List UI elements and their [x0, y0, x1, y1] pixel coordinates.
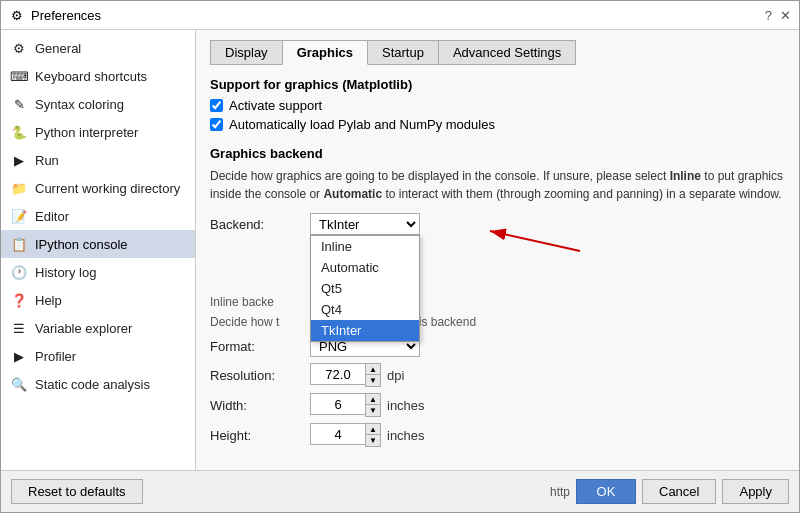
arrow-svg [470, 221, 590, 281]
syntax-icon: ✎ [11, 96, 27, 112]
tab-startup[interactable]: Startup [367, 40, 439, 65]
preferences-window: ⚙ Preferences ? ✕ ⚙ General ⌨ Keyboard s… [0, 0, 800, 513]
sidebar-label-history: History log [35, 265, 96, 280]
apply-button[interactable]: Apply [722, 479, 789, 504]
autoload-row: Automatically load Pylab and NumPy modul… [210, 117, 785, 132]
width-input[interactable]: 6 [310, 393, 365, 415]
resolution-up[interactable]: ▲ [366, 364, 380, 375]
ipython-icon: 📋 [11, 236, 27, 252]
dropdown-qt5[interactable]: Qt5 [311, 278, 419, 299]
static-icon: 🔍 [11, 376, 27, 392]
width-down[interactable]: ▼ [366, 405, 380, 416]
resolution-label: Resolution: [210, 368, 310, 383]
resolution-stepper: ▲ ▼ [365, 363, 381, 387]
sidebar-item-ipython[interactable]: 📋 IPython console [1, 230, 195, 258]
dropdown-tkinter[interactable]: TkInter [311, 320, 419, 341]
resolution-spinner: 72.0 ▲ ▼ [310, 363, 381, 387]
main-content: ⚙ General ⌨ Keyboard shortcuts ✎ Syntax … [1, 30, 799, 470]
activate-checkbox[interactable] [210, 99, 223, 112]
width-stepper: ▲ ▼ [365, 393, 381, 417]
sidebar-label-keyboard: Keyboard shortcuts [35, 69, 147, 84]
sidebar-item-variable[interactable]: ☰ Variable explorer [1, 314, 195, 342]
sidebar-item-general[interactable]: ⚙ General [1, 34, 195, 62]
reset-button[interactable]: Reset to defaults [11, 479, 143, 504]
sidebar-label-ipython: IPython console [35, 237, 128, 252]
height-spinner: 4 ▲ ▼ [310, 423, 381, 447]
bottom-right: http OK Cancel Apply [550, 479, 789, 504]
keyboard-icon: ⌨ [11, 68, 27, 84]
resolution-row: Resolution: 72.0 ▲ ▼ dpi [210, 363, 785, 387]
activate-row: Activate support [210, 98, 785, 113]
description-text: Decide how graphics are going to be disp… [210, 167, 785, 203]
sidebar-label-profiler: Profiler [35, 349, 76, 364]
help-button[interactable]: ? [765, 8, 772, 23]
tab-bar: Display Graphics Startup Advanced Settin… [210, 40, 785, 65]
sidebar-label-run: Run [35, 153, 59, 168]
sidebar-item-help[interactable]: ❓ Help [1, 286, 195, 314]
resolution-unit: dpi [387, 368, 404, 383]
sidebar-label-interpreter: Python interpreter [35, 125, 138, 140]
editor-icon: 📝 [11, 208, 27, 224]
title-bar-left: ⚙ Preferences [9, 7, 101, 23]
height-label: Height: [210, 428, 310, 443]
title-bar: ⚙ Preferences ? ✕ [1, 1, 799, 30]
profiler-icon: ▶ [11, 348, 27, 364]
height-row: Height: 4 ▲ ▼ inches [210, 423, 785, 447]
decide-row: Decide how t figures created by this bac… [210, 315, 785, 329]
support-title: Support for graphics (Matplotlib) [210, 77, 785, 92]
width-spinner: 6 ▲ ▼ [310, 393, 381, 417]
sidebar-item-history[interactable]: 🕐 History log [1, 258, 195, 286]
sidebar-item-profiler[interactable]: ▶ Profiler [1, 342, 195, 370]
sidebar-label-syntax: Syntax coloring [35, 97, 124, 112]
width-label: Width: [210, 398, 310, 413]
height-down[interactable]: ▼ [366, 435, 380, 446]
height-stepper: ▲ ▼ [365, 423, 381, 447]
close-button[interactable]: ✕ [780, 8, 791, 23]
sidebar-label-static: Static code analysis [35, 377, 150, 392]
variable-icon: ☰ [11, 320, 27, 336]
autoload-checkbox[interactable] [210, 118, 223, 131]
height-up[interactable]: ▲ [366, 424, 380, 435]
sidebar-item-keyboard[interactable]: ⌨ Keyboard shortcuts [1, 62, 195, 90]
decide-label: Decide how t [210, 315, 310, 329]
tab-graphics[interactable]: Graphics [282, 40, 368, 65]
sidebar-label-cwd: Current working directory [35, 181, 180, 196]
width-unit: inches [387, 398, 425, 413]
dropdown-automatic[interactable]: Automatic [311, 257, 419, 278]
backend-select[interactable]: Inline Automatic Qt5 Qt4 TkInter [310, 213, 420, 235]
height-input[interactable]: 4 [310, 423, 365, 445]
ok-button[interactable]: OK [576, 479, 636, 504]
sidebar-item-editor[interactable]: 📝 Editor [1, 202, 195, 230]
sidebar-label-variable: Variable explorer [35, 321, 132, 336]
sidebar-label-editor: Editor [35, 209, 69, 224]
resolution-down[interactable]: ▼ [366, 375, 380, 386]
window-controls: ? ✕ [765, 8, 791, 23]
backend-label: Backend: [210, 217, 310, 232]
sidebar-item-static[interactable]: 🔍 Static code analysis [1, 370, 195, 398]
sidebar-item-cwd[interactable]: 📁 Current working directory [1, 174, 195, 202]
sidebar: ⚙ General ⌨ Keyboard shortcuts ✎ Syntax … [1, 30, 196, 470]
window-title: Preferences [31, 8, 101, 23]
cwd-icon: 📁 [11, 180, 27, 196]
sidebar-item-run[interactable]: ▶ Run [1, 146, 195, 174]
history-icon: 🕐 [11, 264, 27, 280]
width-up[interactable]: ▲ [366, 394, 380, 405]
cancel-button[interactable]: Cancel [642, 479, 716, 504]
tab-display[interactable]: Display [210, 40, 283, 65]
resolution-input[interactable]: 72.0 [310, 363, 365, 385]
bottom-bar: Reset to defaults http OK Cancel Apply [1, 470, 799, 512]
autoload-label: Automatically load Pylab and NumPy modul… [229, 117, 495, 132]
dropdown-overlay: Inline Automatic Qt5 Qt4 TkInter [310, 235, 420, 342]
dropdown-qt4[interactable]: Qt4 [311, 299, 419, 320]
run-icon: ▶ [11, 152, 27, 168]
sidebar-label-general: General [35, 41, 81, 56]
backend-row: Backend: Inline Automatic Qt5 Qt4 TkInte… [210, 213, 785, 235]
svg-line-1 [490, 231, 580, 251]
sidebar-item-interpreter[interactable]: 🐍 Python interpreter [1, 118, 195, 146]
sidebar-label-help: Help [35, 293, 62, 308]
tab-advanced[interactable]: Advanced Settings [438, 40, 576, 65]
sidebar-item-syntax[interactable]: ✎ Syntax coloring [1, 90, 195, 118]
activate-label: Activate support [229, 98, 322, 113]
dropdown-inline[interactable]: Inline [311, 236, 419, 257]
url-hint: http [550, 485, 570, 499]
